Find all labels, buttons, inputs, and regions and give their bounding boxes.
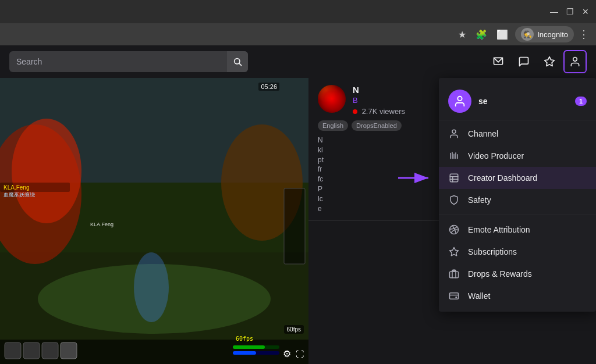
menu-arrow (398, 169, 433, 187)
menu-label-subscriptions: Subscriptions (468, 247, 587, 256)
svg-rect-43 (450, 272, 459, 278)
svg-point-46 (456, 297, 457, 298)
close-button[interactable]: ✕ (582, 8, 589, 16)
menu-item-video-producer[interactable]: Video Producer (439, 145, 596, 167)
svg-point-0 (235, 59, 240, 64)
svg-point-9 (12, 119, 81, 223)
fullscreen-icon[interactable]: ⛶ (296, 349, 304, 359)
svg-line-1 (239, 63, 241, 65)
video-producer-icon (448, 151, 460, 161)
search-button[interactable] (227, 51, 248, 72)
menu-label-emote-attribution: Emote Attribution (468, 225, 587, 234)
stream-area: KLA.Feng 血魔巫妖缠绕 KLA.Feng 60fps (0, 78, 308, 364)
menu-label-drops-rewards: Drops & Rewards (468, 269, 587, 279)
crown-button[interactable] (538, 50, 561, 73)
dropdown-notification-badge: 1 (575, 97, 587, 106)
incognito-avatar-icon: 🕵 (521, 28, 534, 41)
quality-badge: 60fps (284, 325, 304, 334)
maximize-button[interactable]: ❐ (566, 8, 574, 16)
tag-drops[interactable]: DropsEnabled (352, 120, 402, 131)
whispers-button[interactable] (512, 50, 535, 73)
svg-rect-19 (23, 342, 40, 359)
minimize-button[interactable]: — (550, 8, 558, 16)
svg-rect-25 (233, 351, 256, 355)
gear-icon[interactable]: ⚙ (283, 348, 291, 359)
menu-label-creator-dashboard: Creator Dashboard (468, 173, 587, 183)
incognito-label: Incognito (537, 30, 568, 39)
search-placeholder: Search (16, 57, 222, 66)
drops-rewards-icon (448, 269, 460, 279)
extensions-icon[interactable]: 🧩 (473, 27, 489, 42)
menu-item-subscriptions[interactable]: Subscriptions (439, 241, 596, 263)
avatar-splat (318, 85, 346, 113)
svg-rect-20 (42, 342, 58, 359)
window-controls: — ❐ ✕ (550, 8, 589, 16)
menu-item-creator-dashboard[interactable]: Creator Dashboard (439, 167, 596, 189)
user-profile-button[interactable] (563, 50, 587, 73)
svg-text:血魔巫妖缠绕: 血魔巫妖缠绕 (3, 192, 35, 198)
stream-video: KLA.Feng 血魔巫妖缠绕 KLA.Feng 60fps (0, 78, 308, 364)
menu-item-wallet[interactable]: Wallet (439, 285, 596, 307)
svg-point-28 (457, 97, 462, 101)
svg-text:KLA.Feng: KLA.Feng (3, 184, 29, 191)
twitch-nav: Search (0, 45, 596, 78)
svg-text:KLA.Feng: KLA.Feng (90, 222, 113, 227)
browser-menu-button[interactable]: ⋮ (579, 28, 589, 41)
wallet-icon (448, 291, 460, 301)
svg-point-12 (134, 252, 169, 322)
incognito-badge: 🕵 Incognito (515, 26, 574, 42)
emote-attribution-icon (448, 224, 460, 235)
svg-rect-44 (450, 293, 459, 299)
tab-bar: ★ 🧩 ⬜ 🕵 Incognito ⋮ (0, 23, 596, 45)
tag-english[interactable]: English (318, 120, 348, 131)
nav-icons (487, 50, 587, 73)
menu-item-safety[interactable]: Safety (439, 189, 596, 211)
menu-item-emote-attribution[interactable]: Emote Attribution (439, 219, 596, 241)
sidebar-toggle-icon[interactable]: ⬜ (494, 27, 510, 42)
svg-rect-37 (450, 174, 458, 182)
creator-dashboard-icon (448, 173, 460, 183)
bookmark-icon[interactable]: ★ (456, 27, 469, 42)
search-bar[interactable]: Search (9, 51, 248, 72)
dropdown-avatar (448, 90, 471, 113)
svg-rect-26 (284, 188, 305, 264)
dropdown-menu: se 1 Channel (439, 78, 596, 312)
svg-marker-42 (450, 248, 459, 256)
live-dot (353, 109, 357, 114)
subscriptions-icon (448, 247, 460, 257)
main-area: KLA.Feng 血魔巫妖缠绕 KLA.Feng 60fps (0, 78, 596, 364)
svg-rect-23 (233, 345, 265, 349)
channel-icon (448, 129, 460, 139)
svg-marker-3 (545, 57, 555, 66)
dropdown-header: se 1 (439, 83, 596, 120)
channel-avatar (318, 85, 346, 113)
messages-button[interactable] (487, 50, 510, 73)
menu-label-wallet: Wallet (468, 291, 587, 301)
svg-rect-18 (5, 342, 21, 359)
menu-label-channel: Channel (468, 129, 587, 138)
browser-chrome: — ❐ ✕ (0, 0, 596, 23)
menu-item-channel[interactable]: Channel (439, 123, 596, 145)
svg-point-29 (452, 130, 456, 133)
stream-timer: 05:26 (258, 83, 279, 91)
svg-text:60fps: 60fps (236, 336, 253, 342)
dropdown-username: se (478, 97, 568, 106)
sidebar-area: N B 2.7K viewers English DropsEnabled Nk… (308, 78, 596, 364)
svg-point-4 (573, 58, 577, 62)
menu-item-drops-rewards[interactable]: Drops & Rewards (439, 263, 596, 285)
menu-label-video-producer: Video Producer (468, 151, 587, 160)
safety-icon (448, 195, 460, 205)
svg-rect-21 (61, 342, 77, 359)
menu-label-safety: Safety (468, 195, 587, 205)
divider-1 (439, 215, 596, 215)
